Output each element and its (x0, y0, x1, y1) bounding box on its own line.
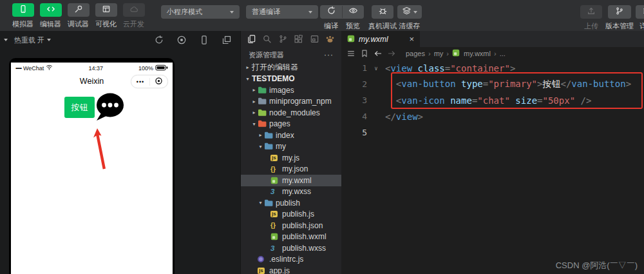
windows-icon[interactable] (222, 35, 232, 45)
wifi-icon (46, 64, 53, 72)
breadcrumb-item[interactable]: my.wxml (452, 49, 491, 58)
close-icon[interactable]: × (409, 35, 414, 43)
clear-cache-button[interactable]: 清缓存 (397, 5, 422, 31)
source-control-icon[interactable] (278, 34, 289, 44)
more-actions-button[interactable]: ··· (324, 50, 334, 59)
code-line-1[interactable]: 1∨<view class="container"> (341, 60, 644, 76)
layout-panel-button[interactable]: 可视化 (92, 3, 120, 29)
tree-item-label: my.wxml (282, 176, 312, 185)
tree-item-my[interactable]: ▾my (241, 141, 341, 153)
more-button[interactable]: ••• (131, 79, 149, 85)
chevron-right-icon: ▸ (251, 87, 258, 93)
extensions-icon[interactable] (294, 34, 304, 44)
breadcrumb-item[interactable]: pages (406, 50, 425, 57)
main-toolbar: 模拟器编辑器调试器可视化云开发 小程序模式 普通编译 编译 预览 真机调试 (0, 0, 644, 31)
clear-cache-label: 清缓存 (399, 21, 421, 31)
code-line-2[interactable]: 2 <van-button type="primary">按钮</van-but… (341, 76, 644, 92)
bookmark-icon[interactable] (360, 49, 369, 58)
tree-item-label: 打开的编辑器 (252, 62, 298, 73)
refresh-icon[interactable] (154, 35, 164, 45)
device-debug-button[interactable]: 真机调试 (367, 5, 398, 31)
explorer-header: 资源管理器 ··· (241, 48, 341, 62)
code-line-4[interactable]: 4</view> (341, 108, 644, 124)
folder-icon (264, 131, 275, 139)
files-icon[interactable] (247, 34, 257, 44)
phone-panel-button[interactable]: 模拟器 (9, 3, 37, 29)
van-button-primary[interactable]: 按钮 (64, 97, 95, 118)
outline-list-icon[interactable] (346, 49, 355, 58)
tree-item-my.json[interactable]: {}my.json (241, 164, 341, 175)
layout-icon (102, 5, 111, 16)
fold-chevron-icon[interactable]: ∨ (367, 65, 385, 72)
chevron-down-icon (413, 11, 417, 14)
chat-bubble-icon[interactable] (94, 92, 125, 125)
compile-label: 编译 (320, 21, 342, 31)
tree-item-index[interactable]: ▸index (241, 130, 341, 141)
tree-item-label: miniprogram_npm (269, 97, 332, 106)
tree-item-images[interactable]: ▸images (241, 84, 341, 96)
search-icon[interactable] (262, 34, 272, 44)
mode-dropdown[interactable]: 小程序模式 (161, 5, 240, 19)
tree-item-pages[interactable]: ▾pages (241, 119, 341, 130)
tree-item-label: publish.wxml (282, 232, 327, 241)
tree-item-publish.json[interactable]: {}publish.json (241, 220, 341, 231)
code-line-3[interactable]: 3 <van-icon name="chat" size="50px" /> (341, 92, 644, 108)
window-icon[interactable] (310, 34, 320, 44)
compile-button[interactable] (320, 6, 342, 18)
tree-item-.eslintrc.js[interactable]: .eslintrc.js (241, 254, 341, 266)
nav-back-icon[interactable] (374, 49, 383, 58)
tree-item--[interactable]: ▸打开的编辑器 (241, 62, 341, 73)
preview-button[interactable] (342, 6, 364, 18)
code-editor[interactable]: 1∨<view class="container">2 <van-button … (341, 60, 644, 141)
record-icon[interactable] (176, 35, 187, 45)
git-branch-icon (615, 6, 624, 18)
code-panel-button[interactable]: 编辑器 (37, 3, 64, 29)
folder-icon (258, 86, 269, 94)
breadcrumb-item[interactable]: my (434, 50, 444, 57)
close-capsule-button[interactable] (150, 76, 167, 88)
tree-item-publish.js[interactable]: jspublish.js (241, 209, 341, 220)
line-number: 1 (341, 63, 367, 73)
tab-my-wxml[interactable]: my.wxml × (341, 31, 420, 47)
nav-forward-icon[interactable] (387, 49, 396, 58)
hot-reload-toggle[interactable]: 热重载 开 (14, 35, 51, 45)
tree-item-publish.wxss[interactable]: 3publish.wxss (241, 242, 341, 254)
paw-icon[interactable] (325, 34, 336, 44)
tree-item-miniprogram_npm[interactable]: ▸miniprogram_npm (241, 96, 341, 108)
activity-bar (241, 31, 341, 48)
breadcrumb-item[interactable]: ... (500, 50, 506, 57)
preview-label: 预览 (342, 21, 364, 31)
chevron-down-icon[interactable] (4, 39, 8, 41)
panel-button-label: 调试器 (68, 19, 89, 29)
code-text: </view> (385, 112, 423, 122)
code-icon (46, 5, 55, 16)
breadcrumb-label: my.wxml (464, 50, 491, 57)
phone-screen: ••••• WeChat 14:37 100% Weixin ••• (11, 63, 173, 274)
compile-mode-dropdown[interactable]: 普通编译 (246, 5, 318, 19)
tree-item-app.js[interactable]: jsapp.js (241, 265, 341, 274)
tree-item-label: publish.json (282, 221, 323, 230)
folder-icon (258, 108, 269, 117)
debug-panel-button[interactable]: 调试器 (64, 3, 92, 29)
tree-item-my.wxss[interactable]: 3my.wxss (241, 186, 341, 198)
phone-outline-icon[interactable] (199, 35, 209, 45)
tree-item-label: app.js (269, 266, 290, 274)
version-control-button[interactable]: 版本管理 (604, 5, 635, 31)
tree-item-publish.wxml[interactable]: publish.wxml (241, 231, 341, 243)
tree-item-TESTDEMO[interactable]: ▾TESTDEMO (241, 73, 341, 85)
tree-item-my.wxml[interactable]: my.wxml (241, 175, 341, 186)
tree-item-label: images (269, 86, 294, 95)
tree-item-node_modules[interactable]: ▸node_modules (241, 107, 341, 119)
tree-item-publish[interactable]: ▾publish (241, 197, 341, 209)
chevron-down-icon (230, 11, 234, 14)
js-file-icon: js (270, 210, 281, 219)
tree-item-my.js[interactable]: jsmy.js (241, 152, 341, 164)
js-file-icon: js (270, 153, 281, 162)
details-button[interactable]: 详情 (634, 5, 644, 31)
json-file-icon: {} (270, 221, 281, 230)
code-line-5[interactable]: 5 (341, 124, 644, 141)
explorer-panel: 资源管理器 ··· ▸打开的编辑器▾TESTDEMO▸images▸minipr… (240, 31, 341, 274)
chevron-down-icon: ▾ (251, 121, 258, 127)
simulator-panel: 热重载 开 ••••• WeChat 14:37 100% (0, 31, 240, 274)
folder-icon (264, 142, 275, 151)
